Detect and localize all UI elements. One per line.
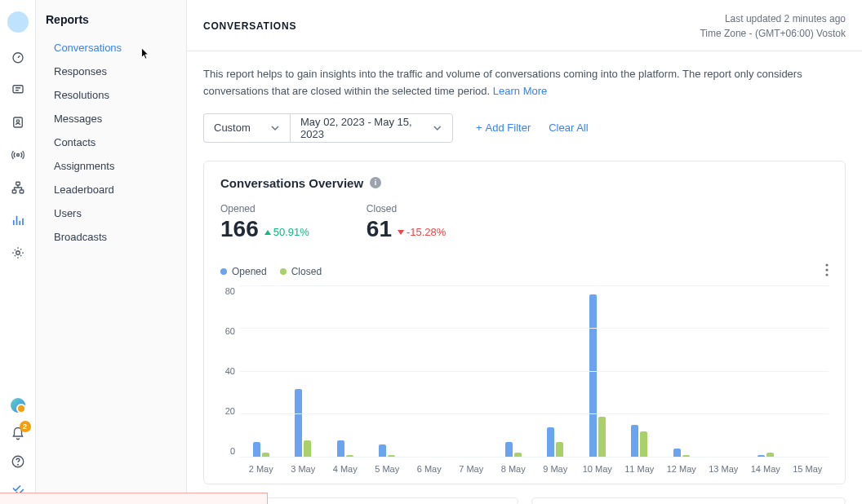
metric-closed: Closed 61 -15.28% <box>367 203 447 242</box>
sidebar-title: Reports <box>46 13 186 26</box>
period-select[interactable]: Custom <box>203 113 290 143</box>
svg-point-12 <box>825 268 828 271</box>
sidebar-item-responses[interactable]: Responses <box>46 60 186 83</box>
svg-point-13 <box>825 273 828 276</box>
reports-icon[interactable] <box>10 212 26 228</box>
main: CONVERSATIONS Last updated 2 minutes ago… <box>186 0 862 504</box>
svg-point-8 <box>16 251 20 255</box>
add-filter-button[interactable]: + Add Filter <box>476 122 531 134</box>
sidebar-item-broadcasts[interactable]: Broadcasts <box>46 225 186 249</box>
page-title: CONVERSATIONS <box>203 20 296 32</box>
user-avatar[interactable] <box>9 396 27 414</box>
chart-legend: Opened Closed <box>220 266 322 277</box>
report-description: This report helps to gain insights into … <box>203 66 846 100</box>
svg-rect-7 <box>20 190 24 193</box>
chart: 806040200 <box>220 286 829 458</box>
last-updated: Last updated 2 minutes ago <box>700 11 846 26</box>
clear-all-button[interactable]: Clear All <box>549 122 588 134</box>
main-header: CONVERSATIONS Last updated 2 minutes ago… <box>187 0 862 51</box>
chevron-down-icon <box>270 123 280 133</box>
chevron-down-icon <box>433 123 442 133</box>
sidebar-item-resolutions[interactable]: Resolutions <box>46 83 186 107</box>
date-range-select[interactable]: May 02, 2023 - May 15, 2023 <box>290 113 453 143</box>
messages-icon[interactable] <box>10 82 26 98</box>
plus-icon: + <box>476 122 482 134</box>
delta-down: -15.28% <box>397 226 446 238</box>
sidebar-item-leaderboard[interactable]: Leaderboard <box>46 178 186 201</box>
sidebar-item-conversations[interactable]: Conversations <box>46 36 186 60</box>
card-placeholder <box>531 497 846 504</box>
header-meta: Last updated 2 minutes ago Time Zone - (… <box>700 11 846 41</box>
chart-menu-button[interactable] <box>825 263 829 280</box>
sidebar-item-messages[interactable]: Messages <box>46 107 186 130</box>
svg-point-11 <box>825 263 828 266</box>
timezone: Time Zone - (GMT+06:00) Vostok <box>700 26 846 41</box>
svg-rect-6 <box>12 190 16 193</box>
icon-rail: 2 <box>0 0 36 504</box>
caret-up-icon <box>264 228 272 237</box>
reports-sidebar: Reports Conversations Responses Resoluti… <box>36 0 186 504</box>
alerts-icon[interactable]: 2 <box>10 426 26 442</box>
lower-cards <box>203 497 846 504</box>
help-icon[interactable] <box>10 453 26 470</box>
sidebar-item-assignments[interactable]: Assignments <box>46 154 186 178</box>
svg-rect-5 <box>16 182 20 185</box>
workspace-avatar[interactable] <box>7 11 29 33</box>
settings-icon[interactable] <box>10 245 26 261</box>
status-bar-hint <box>0 493 268 504</box>
sidebar-item-users[interactable]: Users <box>46 201 186 225</box>
alert-badge: 2 <box>20 421 31 432</box>
card-title: Conversations Overview <box>220 176 363 190</box>
caret-down-icon <box>397 228 405 237</box>
sidebar-item-contacts[interactable]: Contacts <box>46 130 186 154</box>
contacts-icon[interactable] <box>10 114 26 130</box>
info-icon[interactable]: i <box>370 177 381 188</box>
delta-up: 50.91% <box>264 226 309 238</box>
svg-rect-1 <box>13 86 23 93</box>
svg-point-4 <box>16 154 19 157</box>
dot-icon <box>280 268 287 275</box>
svg-point-10 <box>17 464 18 465</box>
conversations-overview-card: Conversations Overview i Opened 166 50.9… <box>203 161 846 484</box>
svg-point-3 <box>16 120 19 122</box>
workflow-icon[interactable] <box>10 179 26 196</box>
learn-more-link[interactable]: Learn More <box>493 85 547 97</box>
dot-icon <box>220 268 227 275</box>
metric-opened: Opened 166 50.91% <box>220 203 309 242</box>
dashboard-icon[interactable] <box>10 49 26 65</box>
broadcast-icon[interactable] <box>10 147 26 163</box>
dots-vertical-icon <box>825 263 829 276</box>
